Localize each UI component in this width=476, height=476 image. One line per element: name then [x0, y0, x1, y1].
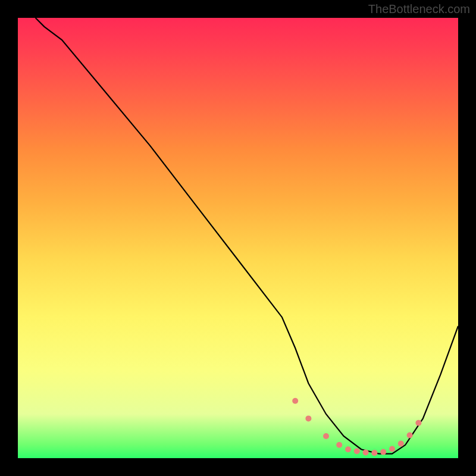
highlight-dot — [305, 415, 311, 421]
highlight-dot — [371, 450, 377, 456]
highlight-dot — [389, 446, 395, 452]
highlight-dot — [292, 398, 298, 404]
chart-curve-line — [36, 18, 458, 454]
highlight-dot — [323, 433, 329, 439]
highlight-dot — [398, 441, 404, 447]
watermark-text: TheBottleneck.com — [368, 2, 470, 16]
highlight-dot — [407, 433, 413, 439]
highlight-dot — [354, 448, 360, 454]
highlight-dot — [380, 449, 386, 455]
highlight-dot — [336, 442, 342, 448]
highlight-dot — [345, 446, 351, 452]
chart-overlay-svg — [0, 0, 476, 476]
highlight-dot — [363, 449, 369, 455]
highlight-dot — [415, 420, 421, 426]
